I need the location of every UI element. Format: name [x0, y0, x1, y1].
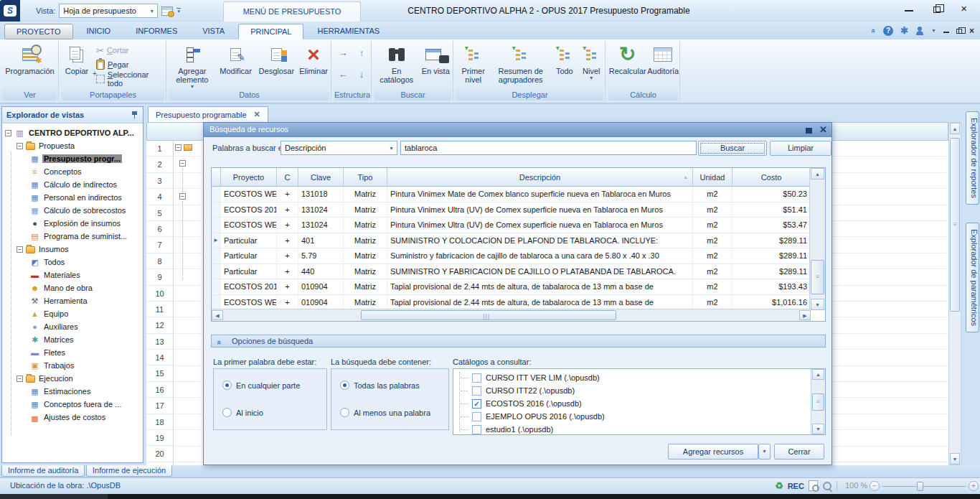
table-horizontal-scrollbar[interactable]: ◀ ||| ▶ [212, 309, 811, 321]
tree-item[interactable]: Fletes [2, 346, 143, 359]
tree-item[interactable]: Equipo [2, 307, 143, 320]
catalog-item[interactable]: estudio1 (.\opusdb) [453, 423, 825, 435]
desglosar-button[interactable]: Desglosar [256, 41, 296, 89]
right-tab-reportes[interactable]: Explorador de reportes [966, 111, 979, 205]
tree-item[interactable]: Trabajos [2, 359, 143, 372]
tree-item[interactable]: Conceptos [2, 165, 143, 178]
ribbon-tab-proyecto[interactable]: PROYECTO [4, 24, 73, 39]
result-row[interactable]: ECOSTOS WEB+131018MatrizPintura Vinimex … [212, 187, 825, 202]
catalog-item[interactable]: CURSO ITT22 (.\opusdb) [453, 384, 825, 397]
move-down-button[interactable]: ↓ [353, 65, 370, 83]
column-header-c[interactable]: C [277, 168, 298, 186]
close-icon[interactable]: × [961, 4, 967, 14]
tree-item[interactable]: Presupuesto progr... [2, 152, 143, 165]
pegar-button[interactable]: Pegar [93, 57, 165, 72]
recalcular-button[interactable]: ↻ Recalcular [608, 41, 646, 89]
dialog-close-icon[interactable]: ✕ [819, 125, 827, 134]
checkbox-icon[interactable] [472, 412, 481, 421]
page-preview-icon[interactable] [809, 480, 818, 491]
user-dropdown-icon[interactable]: ▼ [931, 28, 936, 33]
tree-item[interactable]: −Propuesta [2, 139, 143, 152]
en-catalogos-button[interactable]: En catálogos [374, 41, 418, 89]
indent-left-button[interactable]: ← [334, 65, 352, 83]
catalog-item[interactable]: ✓ECOSTOS 2016 (.\opusdb) [453, 397, 825, 410]
tree-expander-icon[interactable]: − [179, 193, 186, 200]
agregar-dropdown-button[interactable]: ▼ [758, 444, 771, 460]
view-settings-icon[interactable] [161, 6, 173, 16]
tree-expander-icon[interactable]: − [17, 376, 23, 382]
column-header-unidad[interactable]: Unidad [693, 168, 732, 186]
auditoria-button[interactable]: Auditoría [646, 41, 679, 89]
doc-restore-icon[interactable] [956, 29, 962, 34]
agregar-recursos-button[interactable]: Agregar recursos [668, 444, 758, 460]
search-input[interactable]: tablaroca [400, 141, 697, 155]
pin-icon[interactable] [131, 111, 138, 119]
main-vertical-scrollbar[interactable]: ▲ ≡ ▼ [948, 122, 961, 465]
ribbon-tab-inicio[interactable]: INICIO [75, 24, 123, 39]
tree-item[interactable]: Explosión de insumos [2, 217, 143, 230]
scroll-left-icon[interactable]: ◀ [212, 310, 223, 320]
search-field-select[interactable]: Descripción ▼ [281, 141, 397, 155]
dialog-minimize-icon[interactable] [806, 128, 812, 134]
zoom-slider-thumb[interactable] [917, 482, 923, 491]
nivel-button[interactable]: Nivel ▼ [578, 41, 605, 89]
tree-item[interactable]: Programa de suminist... [2, 230, 143, 243]
todo-button[interactable]: Todo [551, 41, 578, 89]
result-row[interactable]: ECOSTOS 2016+010904MatrizTapial provisio… [212, 279, 825, 295]
help-icon[interactable]: ? [883, 26, 893, 36]
tree-item[interactable]: Estimaciones [2, 385, 143, 398]
scroll-up-icon[interactable]: ▲ [811, 168, 824, 179]
doc-minimize-icon[interactable] [943, 28, 949, 33]
catalog-item[interactable]: CURSO ITT VER LIM (.\opusdb) [453, 371, 825, 384]
scroll-down-icon[interactable]: ▼ [811, 299, 824, 310]
collapse-section-icon[interactable]: « [214, 340, 225, 345]
agregar-elemento-button[interactable]: Agregar elemento ▼ [169, 41, 215, 89]
en-vista-button[interactable]: En vista [418, 41, 453, 89]
result-row[interactable]: ECOSTOS WEB+010904MatrizTapial provision… [212, 295, 825, 311]
ribbon-tab-informes[interactable]: INFORMES [124, 24, 189, 39]
radio-al-menos-una-palabra[interactable]: Al menos una palabra [340, 408, 430, 417]
tree-expander-icon[interactable]: − [179, 160, 186, 167]
radio-todas-las-palabras[interactable]: Todas las palabras [340, 381, 420, 390]
zoom-in-icon[interactable]: + [969, 481, 979, 491]
customize-toolbar-icon[interactable]: ▼ [176, 8, 181, 14]
tree-item[interactable]: Todos [2, 256, 143, 269]
app-menu-button[interactable]: S [0, 0, 20, 22]
move-up-button[interactable]: ↑ [353, 43, 370, 62]
tree-item[interactable]: Cálculo de sobrecostos [2, 204, 143, 217]
eliminar-button[interactable]: × Eliminar [296, 41, 331, 89]
ribbon-tab-herramientas[interactable]: HERRAMIENTAS [306, 24, 391, 39]
scroll-down-icon[interactable]: ▼ [950, 453, 960, 465]
column-header-proyecto[interactable]: Proyecto [221, 168, 277, 186]
copiar-button[interactable]: Copiar [60, 41, 93, 89]
result-row[interactable]: ECOSTOS 2016+131024MatrizPintura Vinimex… [212, 202, 825, 218]
tab-informe-ejecucion[interactable]: Informe de ejecución [86, 465, 172, 477]
document-tab[interactable]: Presupuesto programable ✕ [148, 106, 268, 122]
seleccionar-todo-button[interactable]: Seleccionar todo [93, 72, 165, 86]
vista-select[interactable]: Hoja de presupuesto ▼ [59, 4, 158, 18]
tree-item[interactable]: −Ejecucion [2, 372, 143, 385]
minimize-icon[interactable] [905, 6, 913, 11]
programacion-button[interactable]: Programación [2, 41, 58, 89]
magnifier-icon[interactable] [822, 481, 832, 491]
tree-expander-icon[interactable]: − [175, 144, 182, 151]
zoom-out-icon[interactable]: − [870, 481, 880, 491]
tree-item[interactable]: Matrices [2, 333, 143, 346]
tree-item[interactable]: Conceptos fuera de ... [2, 398, 143, 411]
scroll-right-icon[interactable]: ▶ [799, 310, 811, 320]
radio-icon[interactable] [340, 408, 349, 417]
scrollbar-thumb[interactable]: ||| [361, 310, 616, 320]
tab-informe-auditoria[interactable]: Informe de auditoría [1, 465, 85, 477]
scroll-up-icon[interactable]: ▲ [812, 369, 824, 380]
tree-item[interactable]: −CENTRO DEPORTIVO ALP... [2, 126, 143, 139]
radio-icon[interactable] [222, 408, 232, 417]
tree-expander-icon[interactable]: − [5, 130, 11, 136]
scrollbar-thumb[interactable]: ≡ [812, 393, 824, 411]
tree-expander-icon[interactable]: − [17, 246, 23, 253]
radio-en-cualquier-parte[interactable]: En cualquier parte [222, 381, 300, 390]
catalog-item[interactable]: EJEMPLO OPUS 2016 (.\opusdb) [453, 410, 825, 423]
column-header-tipo[interactable]: Tipo [344, 168, 387, 186]
buscar-button[interactable]: Buscar [698, 141, 767, 156]
tree-item[interactable]: Herramienta [2, 294, 143, 307]
search-options-header[interactable]: « Opciones de búsqueda [211, 335, 826, 348]
